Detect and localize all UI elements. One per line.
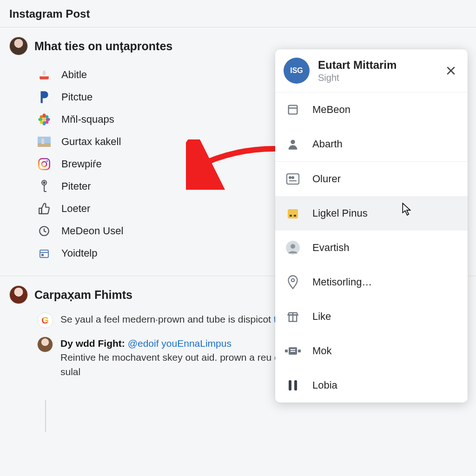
context-popup: ISG Eutart Mittarim Sight MeBeon Abarth … <box>275 49 468 403</box>
popup-item-like[interactable]: Like <box>275 299 468 334</box>
popup-item-mebeon[interactable]: MeBeon <box>275 93 468 127</box>
close-button[interactable] <box>443 62 459 79</box>
svg-rect-28 <box>289 106 298 114</box>
svg-point-12 <box>45 120 48 124</box>
section-title: Carpax̣am Fhimts <box>34 288 132 302</box>
avatar-grey-icon <box>284 239 301 256</box>
popup-subtitle: Sight <box>318 73 397 83</box>
svg-rect-15 <box>41 139 44 144</box>
svg-rect-46 <box>291 349 295 350</box>
svg-point-6 <box>43 121 46 126</box>
device-icon <box>284 343 301 359</box>
svg-point-11 <box>40 120 43 124</box>
svg-point-10 <box>45 115 48 119</box>
stamp-icon <box>37 68 51 82</box>
section-title: Mhat ties on unţaprontes <box>34 40 172 53</box>
list-item-label: Pitctue <box>61 91 93 103</box>
author-avatar[interactable] <box>9 37 28 55</box>
popup-item-evartish[interactable]: Evartish <box>275 231 468 265</box>
flower-icon <box>37 112 51 126</box>
popup-item-abarth[interactable]: Abarth <box>275 127 468 161</box>
svg-rect-16 <box>39 159 49 169</box>
thumbs-up-icon <box>37 202 51 216</box>
svg-rect-43 <box>285 350 288 352</box>
popup-item-label: Like <box>312 311 331 323</box>
list-item-label: Abitle <box>61 69 87 81</box>
photo-thumb-icon <box>37 135 51 149</box>
page-title: Instagram Post <box>0 0 476 27</box>
svg-point-32 <box>289 177 291 178</box>
popup-item-label: Ligkel Pinus <box>312 207 368 219</box>
svg-rect-27 <box>42 254 43 256</box>
key-icon <box>37 179 51 193</box>
svg-rect-37 <box>294 215 296 217</box>
popup-item-label: Metisorling… <box>312 276 372 288</box>
popup-item-label: Lobia <box>312 379 337 391</box>
list-item-label: Brewpiŕe <box>61 158 102 170</box>
svg-point-33 <box>292 177 294 178</box>
list-item-label: MeDeon Usel <box>61 225 123 237</box>
svg-point-39 <box>291 244 295 249</box>
popup-item-label: Olurer <box>312 173 341 185</box>
popup-item-ligkel-pinus[interactable]: Ligkel Pinus <box>275 196 468 231</box>
list-item-label: Piteter <box>61 180 91 192</box>
svg-point-7 <box>38 118 42 121</box>
svg-point-18 <box>46 160 48 162</box>
card-icon <box>284 171 301 187</box>
svg-rect-49 <box>294 380 297 390</box>
google-avatar-icon[interactable]: G <box>37 312 53 328</box>
author-avatar[interactable] <box>9 285 28 304</box>
svg-point-8 <box>46 118 50 121</box>
popup-item-lobia[interactable]: Lobia <box>275 368 468 403</box>
list-item-label: Mňl-squaps <box>61 113 114 126</box>
box-yellow-icon <box>284 205 301 222</box>
svg-point-22 <box>43 182 45 183</box>
svg-rect-45 <box>298 350 301 352</box>
window-icon <box>284 101 301 118</box>
reply-avatar[interactable] <box>37 337 53 352</box>
popup-item-label: MeBeon <box>312 104 350 116</box>
calendar-icon <box>37 246 51 260</box>
popup-item-label: Abarth <box>312 138 343 150</box>
list-item-label: Loeter <box>61 203 90 215</box>
svg-rect-47 <box>291 351 295 352</box>
svg-rect-25 <box>40 250 48 258</box>
present-icon <box>284 308 301 325</box>
svg-point-40 <box>291 279 294 282</box>
svg-point-17 <box>42 162 47 167</box>
svg-point-4 <box>43 118 46 121</box>
list-item-label: Yoidtelp <box>61 247 97 259</box>
popup-title: Eutart Mittarim <box>318 59 397 72</box>
pin-icon <box>284 274 301 291</box>
svg-rect-23 <box>39 208 41 214</box>
popup-item-mok[interactable]: Mok <box>275 334 468 368</box>
thread-line <box>45 400 46 432</box>
person-icon <box>284 136 301 152</box>
popup-item-label: Evartish <box>312 242 349 254</box>
svg-rect-35 <box>288 209 298 218</box>
svg-rect-36 <box>290 215 292 217</box>
svg-point-3 <box>43 70 45 72</box>
mention-link[interactable]: @edoif youEnnaLimpus <box>128 338 231 349</box>
list-item-label: Gurtax kakell <box>61 136 121 148</box>
popup-badge-icon: ISG <box>284 58 310 84</box>
pause-icon <box>284 377 301 394</box>
svg-point-5 <box>43 113 46 118</box>
clock-icon <box>37 224 51 238</box>
popup-item-label: Mok <box>312 345 332 357</box>
svg-point-30 <box>291 140 295 144</box>
close-icon <box>445 65 456 76</box>
popup-header: ISG Eutart Mittarim Sight <box>275 49 468 93</box>
p-letter-icon <box>37 90 51 104</box>
svg-rect-48 <box>289 380 291 390</box>
popup-item-olurer[interactable]: Olurer <box>275 162 468 196</box>
svg-point-9 <box>40 115 43 119</box>
instagram-icon <box>37 157 51 171</box>
popup-item-metisorling[interactable]: Metisorling… <box>275 265 468 299</box>
